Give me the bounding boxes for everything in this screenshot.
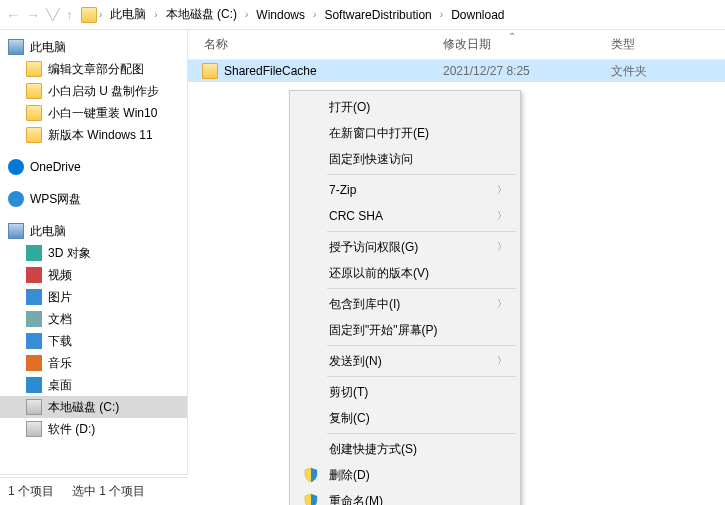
tree-quick-root[interactable]: 此电脑 — [0, 36, 187, 58]
tree-item[interactable]: 下载 — [0, 330, 187, 352]
tree-onedrive[interactable]: OneDrive — [0, 156, 187, 178]
tree-label: 小白启动 U 盘制作步 — [48, 83, 159, 100]
navigation-tree: 此电脑 编辑文章部分配图 小白启动 U 盘制作步 小白一键重装 Win10 新版… — [0, 30, 188, 475]
menu-item[interactable]: 授予访问权限(G)〉 — [293, 234, 517, 260]
menu-divider — [327, 231, 516, 232]
tree-label: 图片 — [48, 289, 72, 306]
tree-label: WPS网盘 — [30, 191, 81, 208]
tree-item[interactable]: 图片 — [0, 286, 187, 308]
breadcrumb-item[interactable]: 本地磁盘 (C:) — [160, 1, 243, 29]
tree-label: OneDrive — [30, 160, 81, 174]
folder-icon — [26, 105, 42, 121]
file-name: SharedFileCache — [224, 64, 317, 78]
tree-item[interactable]: 桌面 — [0, 374, 187, 396]
tree-label: 桌面 — [48, 377, 72, 394]
menu-item-label: 授予访问权限(G) — [329, 239, 418, 256]
menu-divider — [327, 288, 516, 289]
tree-label: 下载 — [48, 333, 72, 350]
tree-item[interactable]: 音乐 — [0, 352, 187, 374]
menu-item-label: 7-Zip — [329, 183, 356, 197]
chevron-right-icon[interactable]: › — [311, 9, 318, 20]
menu-item-label: 包含到库中(I) — [329, 296, 400, 313]
col-name-header[interactable]: 名称 — [188, 36, 443, 53]
menu-item[interactable]: 固定到"开始"屏幕(P) — [293, 317, 517, 343]
tree-label: 音乐 — [48, 355, 72, 372]
tree-label: 软件 (D:) — [48, 421, 95, 438]
menu-item[interactable]: CRC SHA〉 — [293, 203, 517, 229]
recent-dropdown[interactable]: ╲╱ — [46, 8, 60, 21]
menu-item[interactable]: 固定到快速访问 — [293, 146, 517, 172]
video-icon — [26, 267, 42, 283]
menu-item-label: 复制(C) — [329, 410, 370, 427]
breadcrumb-item[interactable]: Download — [445, 1, 510, 29]
tree-item[interactable]: 编辑文章部分配图 — [0, 58, 187, 80]
tree-item[interactable]: 软件 (D:) — [0, 418, 187, 440]
status-selected-count: 选中 1 个项目 — [72, 483, 145, 500]
tree-item[interactable]: 小白一键重装 Win10 — [0, 102, 187, 124]
folder-icon — [81, 7, 97, 23]
tree-item[interactable]: 小白启动 U 盘制作步 — [0, 80, 187, 102]
tree-item[interactable]: 新版本 Windows 11 — [0, 124, 187, 146]
menu-item[interactable]: 打开(O) — [293, 94, 517, 120]
tree-thispc-root[interactable]: 此电脑 — [0, 220, 187, 242]
col-date-header[interactable]: 修改日期 — [443, 36, 611, 53]
chevron-right-icon[interactable]: › — [243, 9, 250, 20]
chevron-right-icon[interactable]: › — [438, 9, 445, 20]
menu-item[interactable]: 发送到(N)〉 — [293, 348, 517, 374]
menu-item[interactable]: 删除(D) — [293, 462, 517, 488]
breadcrumb-item[interactable]: SoftwareDistribution — [318, 1, 437, 29]
breadcrumb-item[interactable]: 此电脑 — [104, 1, 152, 29]
column-headers: 名称 修改日期 类型 — [188, 30, 725, 60]
disk-icon — [26, 399, 42, 415]
downloads-icon — [26, 333, 42, 349]
pictures-icon — [26, 289, 42, 305]
tree-label: 此电脑 — [30, 223, 66, 240]
menu-divider — [327, 376, 516, 377]
status-item-count: 1 个项目 — [8, 483, 54, 500]
back-button[interactable]: ← — [6, 7, 20, 23]
desktop-icon — [26, 377, 42, 393]
menu-item[interactable]: 还原以前的版本(V) — [293, 260, 517, 286]
chevron-right-icon[interactable]: › — [97, 9, 104, 20]
file-type: 文件夹 — [611, 63, 725, 80]
cloud-icon — [8, 191, 24, 207]
menu-divider — [327, 174, 516, 175]
chevron-right-icon: 〉 — [497, 240, 507, 254]
forward-button[interactable]: → — [26, 7, 40, 23]
tree-item-selected[interactable]: 本地磁盘 (C:) — [0, 396, 187, 418]
col-type-header[interactable]: 类型 — [611, 36, 725, 53]
tree-label: 新版本 Windows 11 — [48, 127, 153, 144]
disk-icon — [26, 421, 42, 437]
tree-item[interactable]: 视频 — [0, 264, 187, 286]
breadcrumb-item[interactable]: Windows — [250, 1, 311, 29]
menu-item[interactable]: 7-Zip〉 — [293, 177, 517, 203]
tree-label: 视频 — [48, 267, 72, 284]
chevron-right-icon[interactable]: › — [152, 9, 159, 20]
menu-divider — [327, 345, 516, 346]
tree-item[interactable]: 3D 对象 — [0, 242, 187, 264]
menu-item-label: 还原以前的版本(V) — [329, 265, 429, 282]
menu-item[interactable]: 剪切(T) — [293, 379, 517, 405]
menu-item[interactable]: 重命名(M) — [293, 488, 517, 505]
menu-item[interactable]: 在新窗口中打开(E) — [293, 120, 517, 146]
tree-label: 文档 — [48, 311, 72, 328]
file-row-selected[interactable]: SharedFileCache 2021/12/27 8:25 文件夹 — [188, 60, 725, 82]
file-date: 2021/12/27 8:25 — [443, 64, 611, 78]
menu-item-label: 创建快捷方式(S) — [329, 441, 417, 458]
menu-divider — [327, 433, 516, 434]
menu-item-label: 删除(D) — [329, 467, 370, 484]
music-icon — [26, 355, 42, 371]
up-button[interactable]: ↑ — [66, 7, 73, 23]
folder-icon — [26, 127, 42, 143]
tree-wps[interactable]: WPS网盘 — [0, 188, 187, 210]
chevron-right-icon: 〉 — [497, 209, 507, 223]
documents-icon — [26, 311, 42, 327]
tree-label: 本地磁盘 (C:) — [48, 399, 119, 416]
menu-item[interactable]: 包含到库中(I)〉 — [293, 291, 517, 317]
chevron-right-icon: 〉 — [497, 354, 507, 368]
chevron-right-icon: 〉 — [497, 183, 507, 197]
menu-item[interactable]: 复制(C) — [293, 405, 517, 431]
tree-label: 3D 对象 — [48, 245, 91, 262]
tree-item[interactable]: 文档 — [0, 308, 187, 330]
menu-item[interactable]: 创建快捷方式(S) — [293, 436, 517, 462]
